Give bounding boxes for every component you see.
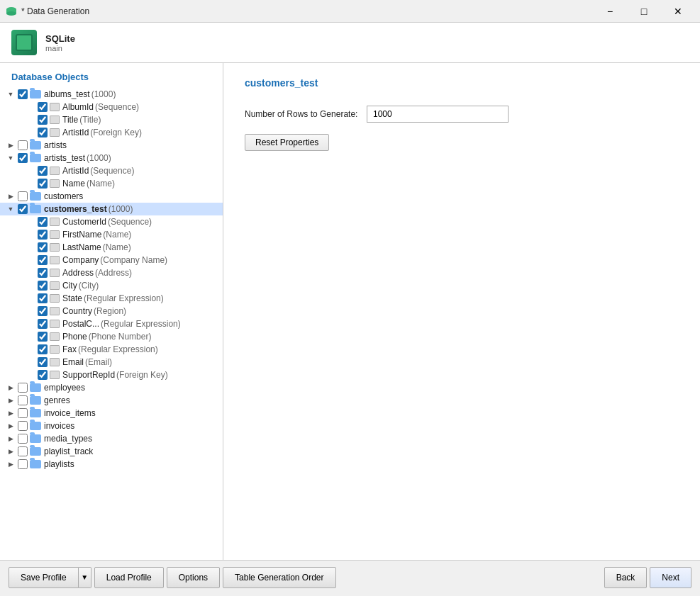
save-profile-button[interactable]: Save Profile (9, 567, 79, 588)
checkbox-lastname[interactable] (38, 242, 48, 252)
tree-item-playlists[interactable]: ▶playlists (0, 458, 223, 471)
expand-icon-firstname[interactable] (26, 230, 35, 240)
tree-item-artists[interactable]: ▶artists (0, 139, 223, 152)
tree-item-genres[interactable]: ▶genres (0, 394, 223, 407)
expand-icon-customers_test[interactable]: ▼ (6, 204, 16, 214)
tree-item-email[interactable]: Email (Email) (0, 356, 223, 369)
expand-icon-artistid_col[interactable] (26, 128, 35, 137)
expand-icon-invoice_items[interactable]: ▶ (6, 408, 16, 418)
tree-item-firstname[interactable]: FirstName (Name) (0, 228, 223, 241)
tree-item-artists_test[interactable]: ▼artists_test (1000) (0, 152, 223, 164)
checkbox-genres[interactable] (18, 395, 28, 405)
checkbox-firstname[interactable] (38, 230, 48, 240)
tree-item-city[interactable]: City (City) (0, 279, 223, 292)
expand-icon-artists[interactable]: ▶ (6, 140, 16, 150)
checkbox-media_types[interactable] (18, 434, 28, 444)
checkbox-customers[interactable] (18, 191, 28, 201)
expand-icon-lastname[interactable] (26, 242, 35, 252)
tree-item-invoices[interactable]: ▶invoices (0, 420, 223, 432)
tree-item-fax[interactable]: Fax (Regular Expression) (0, 343, 223, 356)
tree-item-lastname[interactable]: LastName (Name) (0, 241, 223, 254)
tree-item-artistid_col[interactable]: ArtistId (Foreign Key) (0, 126, 223, 139)
checkbox-artists_test[interactable] (18, 153, 28, 163)
checkbox-invoice_items[interactable] (18, 408, 28, 418)
tree-item-title[interactable]: Title (Title) (0, 113, 223, 126)
expand-icon-fax[interactable] (26, 344, 35, 354)
expand-icon-city[interactable] (26, 281, 35, 291)
checkbox-customerid[interactable] (38, 217, 48, 227)
table-generation-order-button[interactable]: Table Generation Order (223, 567, 335, 588)
tree-item-state[interactable]: State (Regular Expression) (0, 292, 223, 305)
expand-icon-title[interactable] (26, 115, 35, 125)
expand-icon-state[interactable] (26, 293, 35, 303)
tree-item-phone[interactable]: Phone (Phone Number) (0, 330, 223, 343)
expand-icon-playlists[interactable]: ▶ (6, 459, 16, 469)
checkbox-artistid_col[interactable] (38, 128, 48, 137)
tree-item-company[interactable]: Company (Company Name) (0, 254, 223, 266)
tree-item-albumid[interactable]: AlbumId (Sequence) (0, 101, 223, 113)
load-profile-button[interactable]: Load Profile (94, 567, 164, 588)
checkbox-address[interactable] (38, 268, 48, 278)
checkbox-customers_test[interactable] (18, 204, 28, 214)
tree-item-artistid2[interactable]: ArtistId (Sequence) (0, 164, 223, 177)
checkbox-country[interactable] (38, 306, 48, 316)
tree-item-supportrepid[interactable]: SupportRepId (Foreign Key) (0, 369, 223, 381)
expand-icon-playlist_track[interactable]: ▶ (6, 446, 16, 456)
tree-item-country[interactable]: Country (Region) (0, 305, 223, 317)
tree-item-postalc[interactable]: PostalC... (Regular Expression) (0, 317, 223, 330)
tree-item-playlist_track[interactable]: ▶playlist_track (0, 445, 223, 458)
checkbox-postalc[interactable] (38, 319, 48, 329)
back-button[interactable]: Back (604, 567, 648, 588)
expand-icon-artistid2[interactable] (26, 166, 35, 176)
save-profile-dropdown[interactable]: ▼ (79, 567, 91, 588)
expand-icon-supportrepid[interactable] (26, 370, 35, 380)
expand-icon-media_types[interactable]: ▶ (6, 434, 16, 444)
checkbox-playlists[interactable] (18, 459, 28, 469)
tree-item-employees[interactable]: ▶employees (0, 381, 223, 394)
checkbox-phone[interactable] (38, 332, 48, 342)
checkbox-state[interactable] (38, 293, 48, 303)
maximize-button[interactable]: □ (628, 1, 660, 21)
expand-icon-company[interactable] (26, 255, 35, 265)
expand-icon-invoices[interactable]: ▶ (6, 421, 16, 431)
expand-icon-albums_test[interactable]: ▼ (6, 89, 16, 99)
tree-item-name_col[interactable]: Name (Name) (0, 177, 223, 190)
expand-icon-address[interactable] (26, 268, 35, 278)
checkbox-name_col[interactable] (38, 179, 48, 189)
checkbox-city[interactable] (38, 281, 48, 291)
tree-item-invoice_items[interactable]: ▶invoice_items (0, 407, 223, 420)
checkbox-company[interactable] (38, 255, 48, 265)
tree-item-albums_test[interactable]: ▼albums_test (1000) (0, 88, 223, 101)
minimize-button[interactable]: − (594, 1, 626, 21)
checkbox-title[interactable] (38, 115, 48, 125)
expand-icon-albumid[interactable] (26, 102, 35, 112)
checkbox-supportrepid[interactable] (38, 370, 48, 380)
tree-item-customers_test[interactable]: ▼customers_test (1000) (0, 203, 223, 215)
checkbox-playlist_track[interactable] (18, 446, 28, 456)
checkbox-invoices[interactable] (18, 421, 28, 431)
expand-icon-postalc[interactable] (26, 319, 35, 329)
expand-icon-customerid[interactable] (26, 217, 35, 227)
next-button[interactable]: Next (650, 567, 691, 588)
tree-item-address[interactable]: Address (Address) (0, 266, 223, 279)
checkbox-artistid2[interactable] (38, 166, 48, 176)
checkbox-albums_test[interactable] (18, 89, 28, 99)
expand-icon-genres[interactable]: ▶ (6, 395, 16, 405)
options-button[interactable]: Options (167, 567, 220, 588)
checkbox-fax[interactable] (38, 344, 48, 354)
checkbox-email[interactable] (38, 357, 48, 367)
tree-item-media_types[interactable]: ▶media_types (0, 432, 223, 445)
checkbox-artists[interactable] (18, 140, 28, 150)
expand-icon-email[interactable] (26, 357, 35, 367)
sidebar-tree[interactable]: ▼albums_test (1000)AlbumId (Sequence)Tit… (0, 88, 223, 560)
expand-icon-name_col[interactable] (26, 179, 35, 189)
checkbox-employees[interactable] (18, 383, 28, 393)
checkbox-albumid[interactable] (38, 102, 48, 112)
expand-icon-phone[interactable] (26, 332, 35, 342)
rows-input[interactable] (367, 106, 509, 123)
reset-properties-button[interactable]: Reset Properties (245, 134, 329, 151)
tree-item-customers[interactable]: ▶customers (0, 190, 223, 203)
close-button[interactable]: ✕ (662, 1, 694, 21)
expand-icon-country[interactable] (26, 306, 35, 316)
expand-icon-customers[interactable]: ▶ (6, 191, 16, 201)
